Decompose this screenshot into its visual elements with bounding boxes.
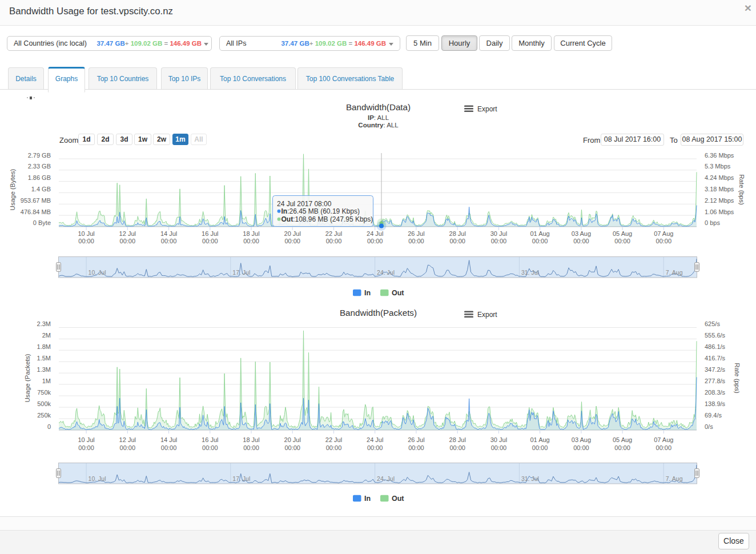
svg-text:20 Jul: 20 Jul [284, 230, 301, 237]
svg-text:00:00: 00:00 [614, 238, 630, 244]
svg-text:208.3/s: 208.3/s [705, 389, 726, 396]
svg-text:500k: 500k [37, 400, 51, 407]
svg-text:00:00: 00:00 [326, 238, 342, 244]
svg-text:0/s: 0/s [705, 423, 713, 430]
svg-text:17. Jul: 17. Jul [232, 269, 250, 276]
svg-text:250k: 250k [37, 412, 51, 419]
svg-text:22 Jul: 22 Jul [325, 230, 342, 237]
svg-text:Export: Export [477, 311, 497, 319]
svg-text:00:00: 00:00 [243, 444, 259, 451]
svg-text:Bandwidth(Data): Bandwidth(Data) [346, 102, 411, 112]
svg-text:953.67 MB: 953.67 MB [21, 197, 51, 204]
svg-text:00:00: 00:00 [120, 238, 136, 244]
svg-text:0: 0 [47, 423, 51, 430]
svg-text:2.33 GB: 2.33 GB [28, 163, 51, 170]
svg-text:476.84 MB: 476.84 MB [21, 208, 51, 215]
svg-text:00:00: 00:00 [656, 444, 672, 451]
svg-text:00:00: 00:00 [656, 238, 672, 244]
svg-text:138.9/s: 138.9/s [705, 400, 726, 407]
svg-text:20 Jul: 20 Jul [284, 436, 301, 443]
svg-text:555.6/s: 555.6/s [705, 332, 726, 339]
svg-text:30 Jul: 30 Jul [490, 230, 507, 237]
svg-text:12 Jul: 12 Jul [119, 230, 136, 237]
svg-text:00:00: 00:00 [284, 444, 300, 451]
svg-text:00:00: 00:00 [326, 444, 342, 451]
svg-text:00:00: 00:00 [532, 238, 548, 244]
svg-text:2.79 GB: 2.79 GB [28, 152, 51, 159]
svg-text:28 Jul: 28 Jul [449, 230, 466, 237]
svg-text:12 Jul: 12 Jul [119, 436, 136, 443]
svg-text:00:00: 00:00 [573, 444, 589, 451]
svg-text:00:00: 00:00 [614, 444, 630, 451]
svg-text:486.1/s: 486.1/s [705, 343, 726, 350]
svg-text:IP: ALL: IP: ALL [368, 114, 389, 121]
svg-text:14 Jul: 14 Jul [160, 230, 177, 237]
svg-text:3.18 Mbps: 3.18 Mbps [705, 186, 734, 192]
svg-text:01 Aug: 01 Aug [530, 436, 549, 443]
svg-text:05 Aug: 05 Aug [613, 230, 632, 237]
svg-text:In:26.45 MB (60.19 Kbps): In:26.45 MB (60.19 Kbps) [282, 207, 360, 215]
svg-text:7. Aug: 7. Aug [666, 269, 683, 276]
svg-text:4.24 Mbps: 4.24 Mbps [705, 174, 734, 181]
svg-text:Rate (bps): Rate (bps) [738, 174, 745, 205]
svg-text:01 Aug: 01 Aug [530, 230, 549, 237]
svg-text:Country: ALL: Country: ALL [358, 122, 399, 129]
svg-text:347.2/s: 347.2/s [705, 366, 726, 373]
svg-text:10 Jul: 10 Jul [78, 436, 94, 443]
svg-text:00:00: 00:00 [284, 238, 300, 244]
svg-text:Out: Out [392, 289, 404, 297]
svg-text:00:00: 00:00 [532, 444, 548, 451]
svg-text:28 Jul: 28 Jul [449, 436, 466, 443]
svg-text:10 Jul: 10 Jul [78, 230, 94, 237]
svg-text:26 Jul: 26 Jul [408, 436, 424, 443]
svg-text:16 Jul: 16 Jul [202, 436, 218, 443]
svg-text:24 Jul: 24 Jul [367, 436, 383, 443]
svg-text:5.3 Mbps: 5.3 Mbps [705, 163, 731, 170]
svg-text:00:00: 00:00 [491, 444, 507, 451]
svg-text:07 Aug: 07 Aug [654, 230, 673, 237]
svg-text:31. Jul: 31. Jul [521, 475, 539, 482]
svg-text:Usage (Packets): Usage (Packets) [24, 354, 31, 402]
svg-text:24. Jul: 24. Jul [377, 475, 395, 482]
svg-text:750k: 750k [37, 389, 51, 396]
svg-text:2M: 2M [42, 332, 51, 339]
svg-text:26 Jul: 26 Jul [408, 230, 424, 237]
svg-text:1M: 1M [42, 378, 51, 384]
svg-text:1.5M: 1.5M [37, 355, 51, 362]
svg-text:00:00: 00:00 [367, 238, 383, 244]
svg-text:00:00: 00:00 [202, 238, 218, 244]
svg-text:31. Jul: 31. Jul [521, 269, 539, 276]
svg-text:00:00: 00:00 [408, 444, 424, 451]
svg-text:7. Aug: 7. Aug [666, 475, 683, 482]
svg-text:05 Aug: 05 Aug [613, 436, 632, 443]
svg-text:00:00: 00:00 [573, 238, 589, 244]
svg-text:00:00: 00:00 [120, 444, 136, 451]
svg-text:416.7/s: 416.7/s [705, 355, 726, 362]
svg-text:Out:108.96 MB (247.95 Kbps): Out:108.96 MB (247.95 Kbps) [282, 215, 373, 223]
svg-text:24 Jul 2017 08:00: 24 Jul 2017 08:00 [277, 200, 332, 208]
svg-text:Out: Out [392, 495, 404, 503]
svg-text:16 Jul: 16 Jul [202, 230, 218, 237]
svg-text:0 Byte: 0 Byte [33, 219, 51, 226]
svg-text:00:00: 00:00 [367, 444, 383, 451]
svg-text:Bandwidth(Packets): Bandwidth(Packets) [340, 308, 417, 318]
svg-text:00:00: 00:00 [78, 238, 94, 244]
svg-text:24. Jul: 24. Jul [377, 269, 395, 276]
svg-text:00:00: 00:00 [449, 238, 465, 244]
svg-text:10. Jul: 10. Jul [89, 475, 106, 482]
svg-text:22 Jul: 22 Jul [325, 436, 342, 443]
svg-text:07 Aug: 07 Aug [654, 436, 673, 443]
svg-text:In: In [364, 289, 371, 297]
svg-text:00:00: 00:00 [78, 444, 94, 451]
svg-text:00:00: 00:00 [202, 444, 218, 451]
svg-text:18 Jul: 18 Jul [243, 230, 259, 237]
svg-text:Rate (pps): Rate (pps) [734, 363, 741, 394]
svg-text:1.3M: 1.3M [37, 366, 51, 373]
svg-text:18 Jul: 18 Jul [243, 436, 259, 443]
svg-text:03 Aug: 03 Aug [572, 436, 591, 443]
svg-text:2.3M: 2.3M [37, 320, 51, 327]
svg-text:14 Jul: 14 Jul [160, 436, 177, 443]
svg-text:10. Jul: 10. Jul [89, 269, 106, 276]
svg-text:Export: Export [477, 105, 497, 113]
svg-text:00:00: 00:00 [161, 238, 177, 244]
